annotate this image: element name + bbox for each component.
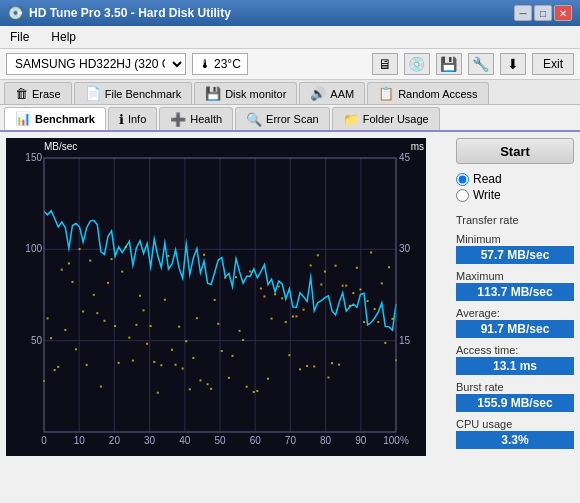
disk-monitor-icon: 💾 — [205, 86, 221, 101]
tab-folder-usage[interactable]: 📁 Folder Usage — [332, 107, 440, 130]
erase-icon: 🗑 — [15, 86, 28, 101]
health-icon: ➕ — [170, 112, 186, 127]
maximum-value: 113.7 MB/sec — [456, 283, 574, 301]
tab-disk-monitor[interactable]: 💾 Disk monitor — [194, 82, 297, 104]
burst-rate-value: 155.9 MB/sec — [456, 394, 574, 412]
window-title: HD Tune Pro 3.50 - Hard Disk Utility — [29, 6, 231, 20]
start-button[interactable]: Start — [456, 138, 574, 164]
exit-button[interactable]: Exit — [532, 53, 574, 75]
menu-file[interactable]: File — [4, 28, 35, 46]
maximize-button[interactable]: □ — [534, 5, 552, 21]
title-bar-left: 💽 HD Tune Pro 3.50 - Hard Disk Utility — [8, 6, 231, 20]
error-scan-icon: 🔍 — [246, 112, 262, 127]
tab-aam[interactable]: 🔊 AAM — [299, 82, 365, 104]
tabs-row1: 🗑 Erase 📄 File Benchmark 💾 Disk monitor … — [0, 80, 580, 105]
average-label: Average: — [456, 307, 574, 319]
cpu-usage-section: CPU usage 3.3% — [456, 418, 574, 449]
cpu-usage-label: CPU usage — [456, 418, 574, 430]
menu-bar: File Help — [0, 26, 580, 49]
write-radio-row: Write — [456, 188, 574, 202]
tab-random-access[interactable]: 📋 Random Access — [367, 82, 488, 104]
tab-info[interactable]: ℹ Info — [108, 107, 157, 130]
tabs-row2: 📊 Benchmark ℹ Info ➕ Health 🔍 Error Scan… — [0, 105, 580, 132]
benchmark-chart — [6, 138, 426, 456]
average-section: Average: 91.7 MB/sec — [456, 307, 574, 338]
maximum-label: Maximum — [456, 270, 574, 282]
average-value: 91.7 MB/sec — [456, 320, 574, 338]
window-controls: ─ □ ✕ — [514, 5, 572, 21]
benchmark-icon: 📊 — [15, 111, 31, 126]
temperature-display: 🌡 23°C — [192, 53, 248, 75]
tab-erase[interactable]: 🗑 Erase — [4, 82, 72, 104]
info-icon: ℹ — [119, 112, 124, 127]
read-write-group: Read Write — [456, 172, 574, 202]
down-icon-btn[interactable]: ⬇ — [500, 53, 526, 75]
minimize-button[interactable]: ─ — [514, 5, 532, 21]
read-radio-row: Read — [456, 172, 574, 186]
read-radio[interactable] — [456, 173, 469, 186]
close-button[interactable]: ✕ — [554, 5, 572, 21]
aam-icon: 🔊 — [310, 86, 326, 101]
hdd-icon-btn2[interactable]: 💿 — [404, 53, 430, 75]
side-panel: Start Read Write Transfer rate Minimum 5… — [450, 132, 580, 472]
transfer-rate-title: Transfer rate — [456, 214, 574, 226]
chart-container — [0, 132, 450, 472]
access-time-section: Access time: 13.1 ms — [456, 344, 574, 375]
burst-rate-label: Burst rate — [456, 381, 574, 393]
cpu-usage-value: 3.3% — [456, 431, 574, 449]
temperature-value: 23°C — [214, 57, 241, 71]
read-label: Read — [473, 172, 502, 186]
minimum-section: Minimum 57.7 MB/sec — [456, 233, 574, 264]
tools-icon-btn[interactable]: 🔧 — [468, 53, 494, 75]
tab-file-benchmark[interactable]: 📄 File Benchmark — [74, 82, 192, 104]
tab-health[interactable]: ➕ Health — [159, 107, 233, 130]
main-content: Start Read Write Transfer rate Minimum 5… — [0, 132, 580, 472]
burst-rate-section: Burst rate 155.9 MB/sec — [456, 381, 574, 412]
folder-usage-icon: 📁 — [343, 112, 359, 127]
toolbar: SAMSUNG HD322HJ (320 GB) 🌡 23°C 🖥 💿 💾 🔧 … — [0, 49, 580, 80]
access-time-label: Access time: — [456, 344, 574, 356]
hdd-icon-btn1[interactable]: 🖥 — [372, 53, 398, 75]
title-bar: 💽 HD Tune Pro 3.50 - Hard Disk Utility ─… — [0, 0, 580, 26]
write-label: Write — [473, 188, 501, 202]
random-access-icon: 📋 — [378, 86, 394, 101]
file-benchmark-icon: 📄 — [85, 86, 101, 101]
minimum-value: 57.7 MB/sec — [456, 246, 574, 264]
drive-select[interactable]: SAMSUNG HD322HJ (320 GB) — [6, 53, 186, 75]
thermometer-icon: 🌡 — [199, 57, 211, 71]
tab-error-scan[interactable]: 🔍 Error Scan — [235, 107, 330, 130]
app-icon: 💽 — [8, 6, 23, 20]
maximum-section: Maximum 113.7 MB/sec — [456, 270, 574, 301]
minimum-label: Minimum — [456, 233, 574, 245]
access-time-value: 13.1 ms — [456, 357, 574, 375]
menu-help[interactable]: Help — [45, 28, 82, 46]
save-icon-btn[interactable]: 💾 — [436, 53, 462, 75]
tab-benchmark[interactable]: 📊 Benchmark — [4, 107, 106, 130]
write-radio[interactable] — [456, 189, 469, 202]
